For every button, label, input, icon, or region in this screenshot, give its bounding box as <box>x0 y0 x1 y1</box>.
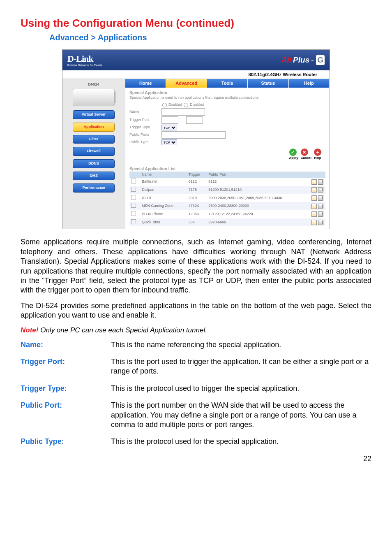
page-title: Using the Configuration Menu (continued) <box>21 16 371 30</box>
page-number: 22 <box>21 454 371 464</box>
nav-virtual-server[interactable]: Virtual Server <box>73 110 115 119</box>
col-name: Name <box>140 172 187 178</box>
input-public-ports[interactable] <box>161 131 226 139</box>
tab-bar: Home Advanced Tools Status Help <box>125 79 330 87</box>
tab-home[interactable]: Home <box>125 79 166 87</box>
nav-filter[interactable]: Filter <box>73 135 115 144</box>
cancel-icon[interactable]: ✕ <box>301 149 308 156</box>
row-checkbox[interactable] <box>131 203 136 208</box>
edit-icon[interactable] <box>311 187 317 193</box>
table-row: Battle.net61126112 <box>129 178 325 186</box>
model-label: DI-524 <box>65 82 122 87</box>
nav-application[interactable]: Application <box>73 123 115 132</box>
router-admin-screenshot: D-Link Building Networks for People AirP… <box>62 49 330 230</box>
note: Note! Only one PC can use each Special A… <box>21 326 371 335</box>
delete-icon[interactable] <box>318 179 323 185</box>
input-trigger-port-to[interactable] <box>186 116 203 124</box>
device-image <box>73 89 115 106</box>
router-sidebar: DI-524 Virtual Server Application Filter… <box>62 79 125 229</box>
tab-status[interactable]: Status <box>248 79 288 87</box>
nav-dmz[interactable]: DMZ <box>73 172 115 181</box>
enable-disable-row: Enabled Disabled <box>162 102 325 107</box>
nav-firewall[interactable]: Firewall <box>73 147 115 156</box>
def-public-type: Public Type: This is the protocol used f… <box>21 437 371 446</box>
delete-icon[interactable] <box>318 187 323 193</box>
label-public-type: Public Type <box>129 140 158 145</box>
nav-performance[interactable]: Performance <box>73 183 115 193</box>
input-name[interactable] <box>161 108 205 116</box>
table-row: Quick Time5546970-6999 <box>129 218 325 227</box>
table-row: Dialpad717551200-51201,51210 <box>129 186 325 194</box>
row-checkbox[interactable] <box>131 211 136 216</box>
tab-tools[interactable]: Tools <box>207 79 248 87</box>
router-main: Home Advanced Tools Status Help Special … <box>125 79 330 229</box>
delete-icon[interactable] <box>318 211 323 217</box>
dlink-logo: D-Link Building Networks for People <box>67 53 102 67</box>
breadcrumb: Advanced > Applications <box>49 32 371 43</box>
edit-icon[interactable] <box>311 211 317 217</box>
input-trigger-port-from[interactable] <box>161 116 178 124</box>
body-paragraph-2: The DI-524 provides some predefined appl… <box>21 301 371 320</box>
section-desc: Special Application is used to run appli… <box>129 95 325 100</box>
select-trigger-type[interactable]: TCP <box>161 125 177 130</box>
row-checkbox[interactable] <box>131 195 136 200</box>
router-subtitle: 802.11g/2.4GHz Wireless Router <box>62 70 330 79</box>
router-header: D-Link Building Networks for People AirP… <box>62 50 330 70</box>
apply-icon[interactable]: ✓ <box>289 149 297 156</box>
tab-help[interactable]: Help <box>289 79 330 87</box>
radio-disabled[interactable] <box>184 103 188 107</box>
row-checkbox[interactable] <box>131 179 136 183</box>
col-trigger: Trigger <box>187 172 207 178</box>
def-trigger-port: Trigger Port: This is the port used to t… <box>21 357 371 376</box>
delete-icon[interactable] <box>318 220 323 225</box>
table-row: MSN Gaming Zone476242300-2400,28800-2900… <box>129 202 325 210</box>
body-paragraph-1: Some applications require multiple conne… <box>21 237 371 295</box>
edit-icon[interactable] <box>311 204 317 209</box>
tab-advanced[interactable]: Advanced <box>166 79 207 87</box>
def-trigger-type: Trigger Type: This is the protocol used … <box>21 384 371 393</box>
delete-icon[interactable] <box>318 195 323 201</box>
edit-icon[interactable] <box>311 195 317 201</box>
label-public-ports: Public Ports <box>129 132 158 137</box>
delete-icon[interactable] <box>318 204 323 209</box>
list-title: Special Application List <box>129 166 325 172</box>
edit-icon[interactable] <box>311 179 317 185</box>
app-list-table: Name Trigger Public Port Battle.net61126… <box>129 172 325 227</box>
label-trigger-port: Trigger Port <box>129 118 158 123</box>
row-checkbox[interactable] <box>131 187 136 192</box>
label-trigger-type: Trigger Type <box>129 125 158 130</box>
def-name: Name: This is the name referencing the s… <box>21 340 371 350</box>
row-checkbox[interactable] <box>131 219 136 224</box>
radio-enabled[interactable] <box>162 103 167 107</box>
table-row: ICU II20192000-2038,2050-2051,2069,2085,… <box>129 194 325 202</box>
nav-ddns[interactable]: DDNS <box>73 159 115 168</box>
airplus-logo: AirPlus™G <box>281 55 325 65</box>
label-name: Name <box>129 109 158 114</box>
action-icons: ✓Apply ✕Cancel +Help <box>129 146 325 162</box>
select-public-type[interactable]: TCP <box>161 139 177 145</box>
table-row: PC-to-Phone1205312120,12122,24150-24220 <box>129 210 325 218</box>
def-public-port: Public Port: This is the port number on … <box>21 401 371 429</box>
help-icon[interactable]: + <box>314 149 321 156</box>
section-title: Special Application <box>129 90 325 95</box>
edit-icon[interactable] <box>311 220 317 225</box>
col-public-port: Public Port <box>207 172 310 178</box>
